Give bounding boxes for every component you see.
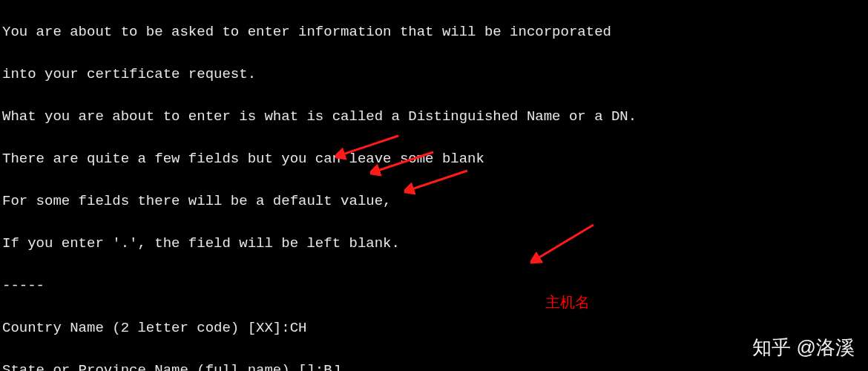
- output-line: into your certificate request.: [2, 64, 868, 85]
- output-line: If you enter '.', the field will be left…: [2, 233, 868, 255]
- terminal-output: You are about to be asked to enter infor…: [2, 0, 868, 371]
- prompt-state: State or Province Name (full name) []:BJ: [2, 360, 868, 372]
- output-line: -----: [2, 275, 868, 297]
- prompt-country: Country Name (2 letter code) [XX]:CH: [2, 318, 868, 339]
- output-line: For some fields there will be a default …: [2, 191, 868, 212]
- output-line: What you are about to enter is what is c…: [2, 106, 868, 128]
- output-line: You are about to be asked to enter infor…: [2, 22, 868, 43]
- output-line: There are quite a few fields but you can…: [2, 148, 868, 170]
